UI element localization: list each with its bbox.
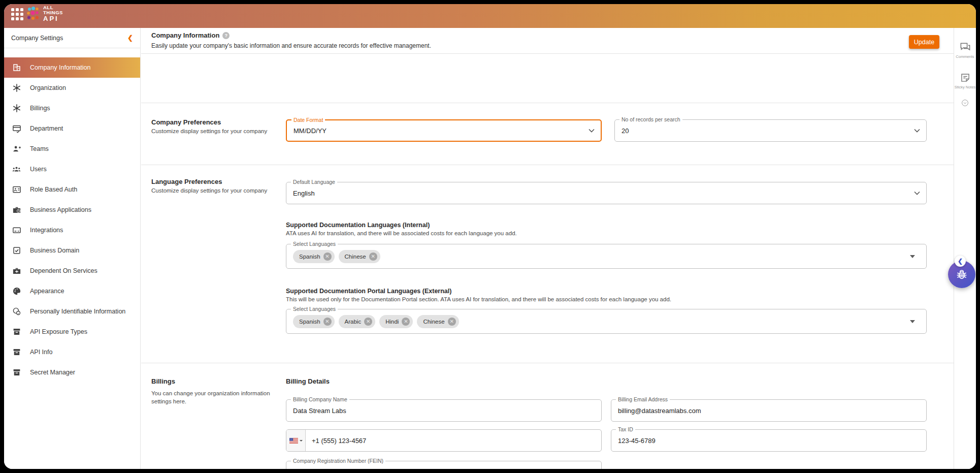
archive-icon [12, 368, 21, 377]
app-launcher-icon[interactable] [11, 8, 24, 21]
page-header: Company Information ? Easily update your… [141, 28, 954, 54]
internal-language-chips: Spanish ✕ Chinese ✕ [293, 250, 380, 263]
chevron-down-icon [589, 129, 595, 133]
chip-remove-icon[interactable]: ✕ [364, 318, 372, 326]
billing-email-input[interactable]: Billing Email Address billing@datastream… [611, 399, 927, 422]
fab-collapse-chevron-left-icon[interactable]: ❮ [955, 256, 966, 267]
briefcase-clock-icon [12, 205, 21, 215]
rail-expand-button[interactable] [954, 99, 976, 107]
sticky-note-icon [960, 73, 970, 83]
chip-label: Arabic [345, 319, 362, 325]
card-check-icon [12, 124, 21, 134]
records-per-search-select[interactable]: No of records per search 20 [614, 119, 927, 142]
billing-company-name-label: Billing Company Name [291, 396, 349, 402]
billing-phone-value: +1 (555) 123-4567 [312, 437, 366, 445]
sidebar-item[interactable]: Users [4, 159, 140, 179]
sidebar-item-label: Secret Manager [30, 369, 75, 376]
person-add-icon [12, 144, 21, 154]
chip-remove-icon[interactable]: ✕ [323, 318, 332, 326]
card-lines-icon [12, 226, 21, 235]
sidebar-item[interactable]: Company Information [4, 57, 140, 78]
sidebar-item[interactable]: API Info [4, 342, 140, 362]
tax-id-label: Tax ID [616, 426, 635, 432]
section-divider [141, 363, 954, 363]
sidebar-item-label: Teams [30, 145, 49, 152]
sidebar-item[interactable]: Integrations [4, 220, 140, 240]
sidebar-header: Company Settings ❮ [4, 28, 140, 48]
billing-phone-input[interactable]: +1 (555) 123-4567 [286, 429, 602, 452]
default-language-select[interactable]: Default Language English [286, 182, 927, 204]
page-subtitle: Easily update your company's basic infor… [151, 42, 431, 49]
comments-button[interactable]: Comments [954, 42, 976, 59]
logo-dots-icon [25, 6, 41, 22]
sidebar-item[interactable]: Dependent On Services [4, 261, 140, 281]
sidebar-item[interactable]: Secret Manager [4, 362, 140, 383]
chip-remove-icon[interactable]: ✕ [323, 253, 332, 261]
language-chip[interactable]: Arabic ✕ [339, 315, 376, 328]
sidebar-item-label: API Info [30, 349, 52, 356]
hub-icon [12, 83, 21, 93]
sidebar-title: Company Settings [11, 35, 63, 42]
internal-languages-multiselect[interactable]: Select Languages Spanish ✕ Chinese ✕ [286, 244, 927, 269]
update-button[interactable]: Update [909, 35, 939, 49]
fein-value: 987654321 [293, 468, 326, 469]
sidebar-item[interactable]: Personally Identifiable Information [4, 301, 140, 322]
sidebar-item-label: Role Based Auth [30, 186, 77, 193]
external-languages-title: Supported Documentation Portal Languages… [286, 288, 451, 295]
sidebar-item-label: Company Information [30, 64, 91, 71]
chip-remove-icon[interactable]: ✕ [402, 318, 410, 326]
company-preferences-title: Company Preferences [151, 118, 221, 126]
chip-label: Spanish [299, 254, 320, 260]
page-title: Company Information ? [151, 31, 230, 39]
chevron-down-icon [914, 129, 920, 133]
sidebar-item[interactable]: API Exposure Types [4, 322, 140, 342]
language-chip[interactable]: Spanish ✕ [293, 250, 335, 263]
privacy-circles-icon [12, 307, 21, 317]
fein-input[interactable]: Company Registration Number (FEIN) 98765… [286, 461, 602, 469]
date-format-value: MM/DD/YY [293, 127, 326, 135]
sidebar-item-label: API Exposure Types [30, 328, 87, 335]
tax-id-input[interactable]: Tax ID 123-45-6789 [611, 429, 927, 452]
sidebar-item[interactable]: Organization [4, 78, 140, 98]
sidebar-item[interactable]: Business Applications [4, 200, 140, 220]
help-icon[interactable]: ? [222, 32, 230, 39]
sidebar-item-label: Dependent On Services [30, 267, 97, 274]
archive-icon [12, 327, 21, 337]
language-preferences-description: Customize display settings for your comp… [151, 187, 267, 194]
checkbox-icon [12, 246, 21, 256]
internal-languages-description: ATA uses AI for translation, and there w… [286, 230, 517, 236]
fein-label: Company Registration Number (FEIN) [291, 458, 385, 464]
sidebar-item-label: Organization [30, 84, 66, 91]
sidebar-item-label: Business Applications [30, 206, 91, 213]
section-divider [141, 103, 954, 103]
badge-icon [12, 185, 21, 195]
chip-remove-icon[interactable]: ✕ [448, 318, 456, 326]
sidebar-collapse-chevron-left-icon[interactable]: ❮ [127, 34, 133, 42]
sidebar-item[interactable]: Department [4, 118, 140, 139]
sidebar: Company Settings ❮ Company Information O… [4, 28, 141, 469]
phone-country-selector[interactable] [286, 430, 306, 451]
language-chip[interactable]: Hindi ✕ [379, 315, 413, 328]
chip-remove-icon[interactable]: ✕ [369, 253, 377, 261]
sidebar-item[interactable]: Business Domain [4, 240, 140, 261]
us-flag-icon [289, 438, 298, 444]
sidebar-item[interactable]: Role Based Auth [4, 179, 140, 200]
billing-company-name-input[interactable]: Billing Company Name Data Stream Labs [286, 399, 602, 422]
sidebar-menu: Company Information Organization Billing… [4, 57, 140, 383]
sidebar-item[interactable]: Billings [4, 98, 140, 118]
sidebar-item-label: Integrations [30, 227, 63, 234]
external-languages-multiselect[interactable]: Select Languages Spanish ✕ Arabic ✕ Hind… [286, 309, 927, 334]
language-chip[interactable]: Chinese ✕ [417, 315, 459, 328]
sidebar-item[interactable]: Appearance [4, 281, 140, 301]
sticky-notes-button[interactable]: Sticky Notes [954, 73, 976, 89]
billing-company-name-value: Data Stream Labs [293, 407, 346, 415]
sticky-notes-label: Sticky Notes [955, 85, 976, 89]
language-chip[interactable]: Chinese ✕ [339, 250, 380, 263]
date-format-select[interactable]: Date Format MM/DD/YY [286, 119, 602, 142]
sidebar-item-label: Department [30, 125, 63, 132]
logo-text: ALL THINGS API [43, 5, 63, 22]
language-chip[interactable]: Spanish ✕ [293, 315, 335, 328]
brand-logo[interactable]: ALL THINGS API [25, 5, 63, 22]
app-window: ALL THINGS API Select Team My Team [4, 4, 976, 469]
sidebar-item[interactable]: Teams [4, 139, 140, 159]
